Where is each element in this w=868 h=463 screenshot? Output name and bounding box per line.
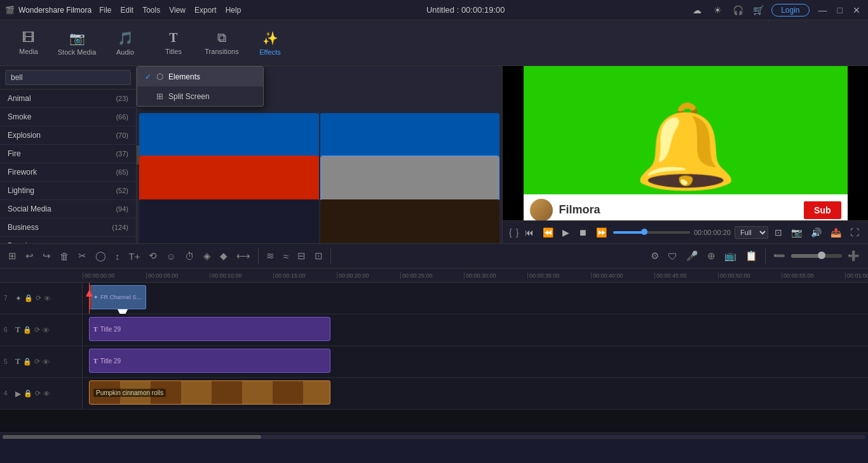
cloud-icon[interactable]: ☁ (690, 3, 704, 17)
monitor-button[interactable]: 📺 (721, 249, 740, 263)
tool-effects-label: Effects (259, 48, 280, 56)
mic-button[interactable]: 🎤 (683, 249, 702, 263)
copy-button[interactable]: 📋 (742, 249, 761, 263)
clip-title29-2[interactable]: T Title 29 (89, 349, 330, 373)
cut-button[interactable]: ✂ (75, 249, 90, 263)
fit-button[interactable]: ⊡ (772, 226, 785, 239)
category-explosion[interactable]: Explosion (70) (0, 126, 136, 145)
track-4-refresh[interactable]: ⟳ (35, 389, 41, 398)
playback-progress[interactable] (613, 231, 690, 234)
rotate-button[interactable]: ⟲ (146, 249, 160, 263)
search-input[interactable] (5, 70, 131, 85)
wave-button[interactable]: ≈ (280, 250, 292, 263)
export-frame-button[interactable]: 📤 (828, 226, 844, 239)
settings-button[interactable]: ⚙ (648, 249, 662, 263)
category-fire[interactable]: Fire (37) (0, 145, 136, 163)
delete-button[interactable]: 🗑 (57, 250, 72, 263)
audio-button[interactable]: 🔊 (808, 226, 824, 239)
track-5-eye[interactable]: 👁 (43, 358, 50, 366)
stop-button[interactable]: ⏹ (576, 226, 590, 239)
zoom-in-button[interactable]: ➕ (844, 249, 863, 263)
dropdown-elements[interactable]: ✓ ⬡ Elements (137, 67, 263, 86)
left-panel: Animal (23) Smoke (66) Explosion (70) Fi… (0, 66, 137, 243)
track-7-lock[interactable]: 🔒 (24, 294, 33, 302)
snapshot-button[interactable]: 📷 (789, 226, 804, 239)
timeline-tracks: 7 ✦ 🔒 ⟳ 👁 ✦ FR Channel S... (0, 283, 868, 433)
media-item-placeholder1[interactable] (139, 199, 319, 243)
undo-button[interactable]: ↩ (22, 249, 37, 263)
tool-effects[interactable]: ✨ Effects (248, 23, 292, 64)
diamond-button[interactable]: ◈ (200, 249, 214, 263)
timer-button[interactable]: ⏱ (182, 250, 198, 263)
emoji-button[interactable]: ☺ (163, 250, 179, 263)
track-7-refresh[interactable]: ⟳ (36, 294, 41, 302)
fullscreen-button[interactable]: ⛶ (848, 226, 862, 239)
clip-pumpkin[interactable]: Pumpkin cinnamon rolls (89, 380, 330, 405)
track-4-lock[interactable]: 🔒 (24, 389, 32, 398)
zoom-slider-handle[interactable] (818, 252, 825, 259)
category-list: Animal (23) Smoke (66) Explosion (70) Fi… (0, 90, 136, 243)
track-6-eye[interactable]: 👁 (43, 326, 50, 334)
layout-button[interactable]: ⊞ (5, 249, 20, 263)
category-lighting[interactable]: Lighting (52) (0, 182, 136, 200)
clip-title29-1[interactable]: T Title 29 (89, 317, 330, 341)
add-button[interactable]: ⊕ (704, 249, 719, 263)
circle-button[interactable]: ◯ (92, 249, 109, 263)
close-button[interactable]: ✕ (850, 5, 863, 15)
track-4-eye[interactable]: 👁 (43, 390, 50, 398)
track-7-eye[interactable]: 👁 (44, 295, 51, 302)
tool-stock-media[interactable]: 📷 Stock Media (55, 23, 99, 64)
zoom-slider[interactable] (791, 254, 842, 258)
ripple-button[interactable]: ≋ (263, 249, 278, 263)
mask-button[interactable]: ◆ (217, 249, 231, 263)
category-business[interactable]: Business (124) (0, 218, 136, 237)
tool-titles[interactable]: T Titles (151, 23, 196, 64)
zoom-out-button[interactable]: ➖ (770, 249, 789, 263)
step-back-button[interactable]: ⏮ (522, 226, 536, 239)
grid-button[interactable]: ⊟ (294, 249, 309, 263)
play-button[interactable]: ▶ (560, 226, 572, 239)
prev-frame-button[interactable]: ⏪ (540, 226, 556, 239)
sun-icon[interactable]: ☀ (710, 3, 724, 17)
tool-audio[interactable]: 🎵 Audio (103, 23, 147, 64)
tool-transitions[interactable]: ⧉ Transitions (200, 23, 244, 64)
track-5-lock[interactable]: 🔒 (23, 358, 32, 366)
category-smoke[interactable]: Smoke (66) (0, 108, 136, 126)
media-thumb-placeholder2 (320, 199, 500, 243)
category-firework[interactable]: Firework (65) (0, 163, 136, 182)
track-6-lock[interactable]: 🔒 (23, 326, 32, 334)
menu-edit[interactable]: Edit (121, 6, 134, 15)
minimize-button[interactable]: — (816, 5, 830, 15)
maximize-button[interactable]: □ (835, 5, 845, 15)
menu-export[interactable]: Export (194, 6, 217, 15)
text-button[interactable]: T+ (126, 250, 144, 263)
zoom-select[interactable]: Full75%50% (735, 226, 768, 239)
track-5-refresh[interactable]: ⟳ (34, 358, 40, 366)
cart-icon[interactable]: 🛒 (751, 3, 765, 17)
clip-fr-channel[interactable]: ✦ FR Channel S... (89, 285, 146, 309)
track-7-body: ✦ FR Channel S... (83, 283, 868, 314)
timeline-scroll-inner[interactable] (3, 435, 865, 439)
menu-file[interactable]: File (99, 6, 111, 15)
track-6-refresh[interactable]: ⟳ (34, 326, 40, 334)
category-dancing[interactable]: Dancing (647) (0, 237, 136, 243)
stretch-button[interactable]: ⟷ (233, 249, 254, 263)
split-button[interactable]: ↕ (112, 250, 123, 263)
ruler-tick-7: 00:00:35:00 (527, 272, 591, 279)
elements-icon: ⬡ (156, 72, 163, 81)
dropdown-split-screen[interactable]: ✓ ⊞ Split Screen (137, 86, 263, 106)
clip-title29-2-label: Title 29 (100, 358, 121, 365)
redo-button[interactable]: ↪ (39, 249, 54, 263)
tool-media[interactable]: 🎞 Media (6, 23, 51, 64)
login-button[interactable]: Login (771, 4, 809, 17)
menu-view[interactable]: View (169, 6, 186, 15)
menu-tools[interactable]: Tools (142, 6, 160, 15)
category-social-media[interactable]: Social Media (94) (0, 200, 136, 218)
shield-button[interactable]: 🛡 (665, 250, 681, 263)
category-animal[interactable]: Animal (23) (0, 90, 136, 108)
media-item-placeholder2[interactable] (320, 199, 500, 243)
next-frame-button[interactable]: ⏩ (593, 226, 609, 239)
menu-help[interactable]: Help (226, 6, 241, 15)
headphone-icon[interactable]: 🎧 (731, 3, 745, 17)
snap-button[interactable]: ⊡ (311, 249, 326, 263)
